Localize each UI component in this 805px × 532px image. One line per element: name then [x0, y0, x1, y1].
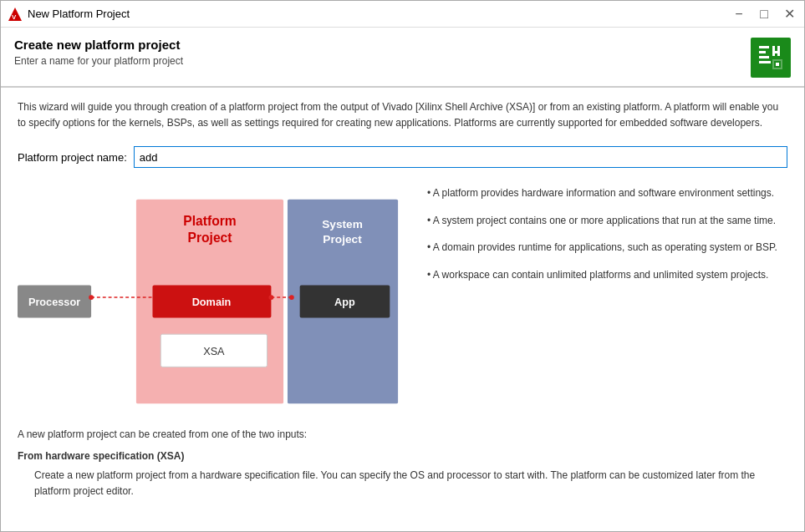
svg-rect-3 — [759, 46, 769, 48]
svg-text:System: System — [322, 218, 363, 231]
title-bar: V New Platform Project − □ ✕ — [1, 1, 804, 28]
bullet-1: • A platform provides hardware informati… — [427, 185, 787, 201]
bottom-text: A new platform project can be created fr… — [18, 427, 787, 499]
bottom-intro: A new platform project can be created fr… — [18, 427, 787, 443]
minimize-button[interactable]: − — [731, 8, 747, 21]
architecture-diagram: Platform Project System Project Processo… — [18, 185, 402, 418]
svg-rect-12 — [776, 63, 779, 66]
window-controls: − □ ✕ — [731, 8, 797, 21]
project-name-label: Platform project name: — [18, 151, 127, 164]
svg-text:Project: Project — [323, 233, 362, 246]
xilinx-logo — [751, 38, 791, 78]
project-name-input[interactable] — [134, 146, 787, 168]
from-hw-desc: Create a new platform project from a har… — [34, 468, 787, 499]
diagram-area: Platform Project System Project Processo… — [18, 185, 410, 410]
svg-point-28 — [289, 296, 294, 301]
bullet-4: • A workspace can contain unlimited plat… — [427, 266, 787, 283]
info-bullets: • A platform provides hardware informati… — [427, 185, 787, 410]
svg-text:Platform: Platform — [183, 214, 236, 228]
from-hw-title: From hardware specification (XSA) — [18, 448, 787, 464]
header-text: Create new platform project Enter a name… — [14, 38, 183, 67]
svg-rect-4 — [759, 51, 766, 53]
page-title: Create new platform project — [14, 38, 183, 52]
svg-rect-5 — [759, 56, 769, 58]
bullet-3: • A domain provides runtime for applicat… — [427, 239, 787, 256]
diagram-and-info: Platform Project System Project Processo… — [18, 185, 787, 410]
description-text: This wizard will guide you through creat… — [18, 99, 787, 131]
main-window: V New Platform Project − □ ✕ Create new … — [0, 0, 805, 532]
maximize-button[interactable]: □ — [756, 8, 772, 21]
page-subtitle: Enter a name for your platform project — [14, 55, 183, 67]
window-title: New Platform Project — [28, 8, 731, 20]
close-button[interactable]: ✕ — [781, 8, 797, 21]
svg-rect-9 — [759, 61, 771, 63]
main-content: This wizard will guide you through creat… — [1, 88, 804, 531]
svg-text:V: V — [12, 13, 17, 21]
svg-text:App: App — [334, 296, 355, 308]
svg-rect-8 — [772, 51, 780, 53]
svg-text:XSA: XSA — [203, 345, 225, 357]
svg-text:Project: Project — [187, 231, 232, 245]
bullet-2: • A system project contains one or more … — [427, 212, 787, 229]
svg-text:Processor: Processor — [28, 296, 80, 308]
app-icon: V — [8, 7, 23, 22]
header-section: Create new platform project Enter a name… — [1, 28, 804, 88]
project-name-row: Platform project name: — [18, 146, 787, 168]
svg-point-27 — [268, 296, 273, 301]
svg-text:Domain: Domain — [192, 296, 232, 308]
svg-point-22 — [89, 296, 94, 301]
